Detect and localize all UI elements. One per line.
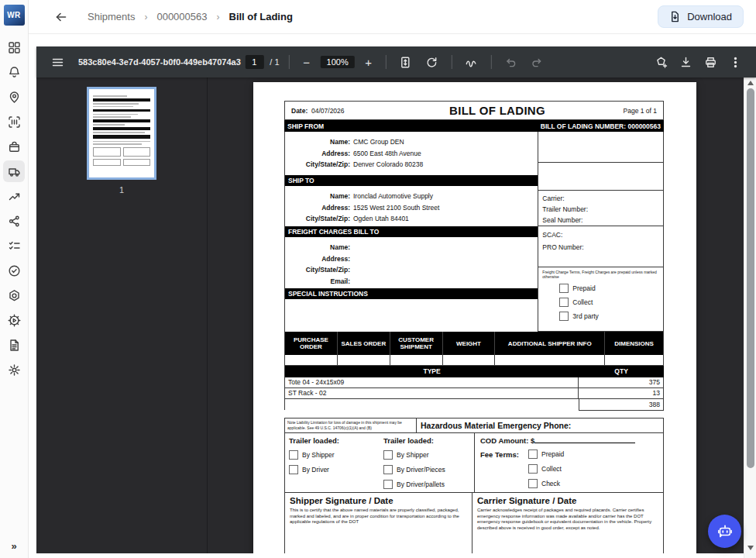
scroll-up-arrow[interactable]	[747, 81, 754, 85]
freight-charges-header: FREIGHT CHARGES BILL TO	[285, 226, 538, 237]
checkbox	[559, 284, 569, 293]
analytics-trend-icon[interactable]	[3, 185, 25, 207]
form-title: BILL OF LADING	[392, 104, 603, 117]
zoom-out-button[interactable]: −	[299, 56, 314, 69]
table-total-row: 388	[285, 399, 664, 410]
approvals-check-circle-icon[interactable]	[3, 260, 25, 281]
chevron-right-icon: ›	[217, 12, 220, 22]
location-pin-icon[interactable]	[3, 86, 25, 108]
toolbar-download-icon[interactable]	[675, 52, 696, 72]
ship-to-header: SHIP TO	[285, 175, 538, 186]
ship-from-fields: Name:CMC Group DEN Address:6500 East 48t…	[285, 132, 538, 175]
scac-cell: SCAC: PRO Number:	[538, 226, 664, 267]
table-row: Tote 04 - 24x15x09 375	[285, 377, 664, 388]
document-id: 583c80e4-3e7d-4057-b0f0-449eb47074a3	[78, 57, 241, 67]
left-icon-rail: WR	[0, 0, 29, 558]
liability-note: Note Liability Limitation for loss of da…	[285, 418, 417, 432]
main-column: Shipments › 000000563 › Bill of Lading D…	[29, 0, 756, 558]
toolbar-divider	[452, 55, 452, 69]
form-header: Date: 04/07/2026 BILL OF LADING Page 1 o…	[284, 101, 664, 120]
settings-gear-icon[interactable]	[3, 359, 25, 381]
redo-icon[interactable]	[527, 52, 548, 72]
app-window: WR	[0, 0, 756, 558]
chat-assistant-button[interactable]	[708, 515, 741, 548]
breadcrumb-shipment-number[interactable]: 000000563	[156, 11, 207, 22]
vertical-scrollbar	[744, 78, 756, 558]
form-right-column: Carrier: Trailer Number: Seal Number: SC…	[538, 132, 664, 332]
cod-fee-terms: COD Amount: $ Fee Terms: Prepaid Collect…	[475, 433, 663, 492]
draw-annotate-icon[interactable]	[462, 52, 482, 72]
stamp-add-icon[interactable]	[651, 52, 671, 72]
undo-icon[interactable]	[501, 52, 521, 72]
sidebar-expand-button[interactable]: »	[11, 540, 16, 552]
breadcrumb-shipments[interactable]: Shipments	[88, 11, 135, 22]
checkbox	[383, 480, 393, 489]
zoom-level-value[interactable]: 100%	[321, 56, 355, 68]
items-table-header: PURCHASE ORDER SALES ORDER CUSTOMER SHIP…	[285, 332, 664, 355]
top-navigation: Shipments › 000000563 › Bill of Lading D…	[29, 0, 756, 34]
print-icon[interactable]	[700, 52, 720, 72]
ship-from-header: SHIP FROM	[284, 120, 511, 132]
form-page-info: Page 1 of 1	[603, 107, 657, 115]
breadcrumb: Shipments › 000000563 › Bill of Lading	[88, 11, 293, 22]
special-instructions-header: SPECIAL INSTRUCTIONS	[285, 288, 538, 299]
scroll-down-arrow[interactable]	[747, 546, 754, 550]
toolbar-divider	[386, 55, 387, 69]
table-row: ST Rack - 02 13	[285, 388, 664, 399]
type-qty-header: TYPE QTY	[285, 366, 664, 377]
zoom-in-button[interactable]: +	[361, 56, 376, 69]
checkbox	[289, 450, 298, 460]
toolbar-divider	[491, 55, 492, 69]
page-thumbnail[interactable]	[87, 87, 156, 180]
empty-cell	[538, 163, 664, 191]
signature-section: Shipper Signature / Date This is to cert…	[284, 493, 664, 553]
back-arrow-icon[interactable]	[52, 8, 70, 26]
checkbox	[289, 465, 298, 474]
dashboard-icon[interactable]	[3, 36, 25, 58]
document-area: Date: 04/07/2026 BILL OF LADING Page 1 o…	[208, 78, 744, 553]
freight-terms-note: Freight Charge Terms, Freight Charges ar…	[542, 270, 659, 279]
integrations-nodes-icon[interactable]	[3, 210, 25, 232]
tasks-checklist-icon[interactable]	[3, 235, 25, 257]
form-date: Date: 04/07/2026	[291, 107, 392, 115]
shipments-truck-icon[interactable]	[3, 160, 25, 182]
ship-to-fields: Name:Ironclad Automotive Supply Address:…	[285, 186, 538, 226]
empty-cell	[538, 132, 664, 163]
page-number-input[interactable]	[245, 55, 263, 69]
freight-terms-cell: Freight Charge Terms, Freight Charges ar…	[538, 267, 664, 332]
trailer-loaded-left: Trailer loaded: By Shipper By Driver	[285, 433, 380, 492]
rotate-icon[interactable]	[422, 52, 442, 72]
download-button[interactable]: Download	[658, 5, 744, 28]
automation-gear-play-icon[interactable]	[3, 309, 25, 331]
orders-bag-icon[interactable]	[3, 136, 25, 157]
barcode-scan-icon[interactable]	[3, 111, 25, 133]
bill-of-lading-form: Date: 04/07/2026 BILL OF LADING Page 1 o…	[284, 101, 664, 553]
checkbox	[528, 450, 538, 459]
toolbar-divider	[289, 55, 290, 69]
chat-bot-icon	[716, 523, 734, 540]
scrollbar-thumb[interactable]	[747, 88, 754, 468]
items-table-empty-row	[285, 355, 664, 366]
carrier-signature: Carrier Signature / Date Carrier acknowl…	[472, 493, 663, 553]
checkbox	[528, 479, 538, 488]
checkbox	[559, 312, 569, 321]
documents-file-icon[interactable]	[3, 334, 25, 356]
section-bars: SHIP FROM BILL OF LADING NUMBER: 0000005…	[284, 120, 664, 132]
menu-hamburger-icon[interactable]	[47, 52, 67, 72]
checkbox	[383, 465, 393, 474]
hazmat-label: Hazardous Material Emergency Phone:	[417, 418, 663, 432]
operations-nut-icon[interactable]	[3, 284, 25, 306]
thumbnail-page-number: 1	[119, 185, 124, 195]
freight-charges-fields: Name: Address: City/State/Zip: Email:	[285, 237, 538, 288]
notifications-bell-icon[interactable]	[3, 61, 25, 83]
breadcrumb-bill-of-lading: Bill of Lading	[229, 11, 293, 22]
more-options-kebab-icon[interactable]	[725, 52, 745, 72]
fit-page-icon[interactable]	[396, 52, 416, 72]
download-file-icon	[669, 11, 681, 22]
chevron-right-icon: ›	[144, 12, 147, 22]
shipper-signature: Shipper Signature / Date This is to cert…	[285, 493, 472, 553]
checkbox	[559, 298, 569, 307]
checkbox	[383, 450, 393, 460]
bol-number-header: BILL OF LADING NUMBER: 000000563	[511, 120, 664, 132]
special-instructions-area	[285, 299, 538, 332]
